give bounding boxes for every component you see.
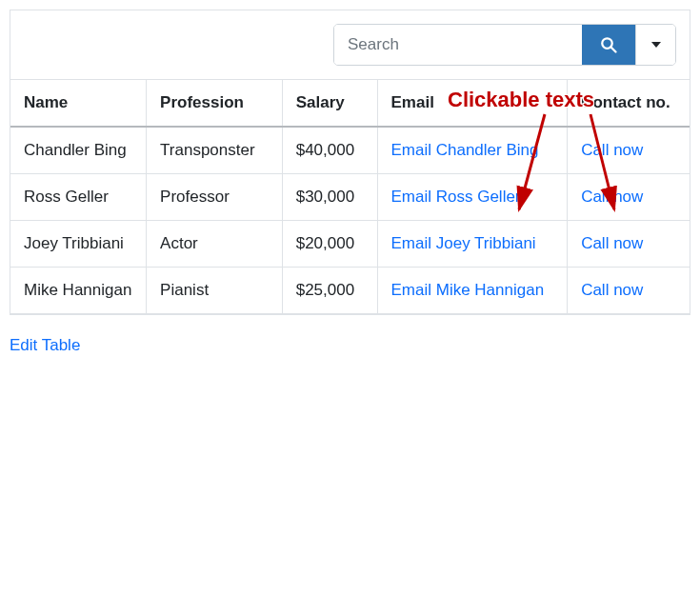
email-link[interactable]: Email Mike Hannigan <box>391 281 545 299</box>
col-header-profession: Profession <box>147 80 283 127</box>
contact-link[interactable]: Call now <box>581 281 643 299</box>
cell-salary: $40,000 <box>282 127 377 174</box>
email-link[interactable]: Email Ross Geller <box>391 188 521 206</box>
contact-link[interactable]: Call now <box>581 234 643 252</box>
cell-name: Ross Geller <box>10 174 147 221</box>
cell-salary: $30,000 <box>282 174 377 221</box>
table-header-row: Name Profession Salary Email Contact no. <box>10 80 690 127</box>
caret-down-icon <box>651 42 661 48</box>
contact-link[interactable]: Call now <box>581 188 643 206</box>
email-link[interactable]: Email Chandler Bing <box>391 141 539 159</box>
cell-name: Joey Tribbiani <box>10 221 147 268</box>
table-row: Ross Geller Professor $30,000 Email Ross… <box>10 174 690 221</box>
col-header-contact: Contact no. <box>568 80 690 127</box>
edit-table-link[interactable]: Edit Table <box>10 336 80 355</box>
svg-line-1 <box>610 47 615 51</box>
table-row: Joey Tribbiani Actor $20,000 Email Joey … <box>10 221 690 268</box>
cell-profession: Pianist <box>147 268 283 314</box>
data-table-panel: Name Profession Salary Email Contact no.… <box>10 10 690 315</box>
search-icon <box>600 36 617 53</box>
table-row: Chandler Bing Transponster $40,000 Email… <box>10 127 690 174</box>
cell-name: Chandler Bing <box>10 127 147 174</box>
cell-profession: Professor <box>147 174 283 221</box>
cell-name: Mike Hannigan <box>10 268 147 314</box>
cell-profession: Actor <box>147 221 283 268</box>
cell-profession: Transponster <box>147 127 283 174</box>
search-input[interactable] <box>334 25 582 65</box>
email-link[interactable]: Email Joey Tribbiani <box>391 234 536 252</box>
col-header-email: Email <box>377 80 568 127</box>
cell-salary: $25,000 <box>282 268 377 314</box>
table-row: Mike Hannigan Pianist $25,000 Email Mike… <box>10 268 690 314</box>
cell-salary: $20,000 <box>282 221 377 268</box>
people-table: Name Profession Salary Email Contact no.… <box>10 80 690 314</box>
col-header-salary: Salary <box>282 80 377 127</box>
search-button[interactable] <box>582 25 635 65</box>
search-group <box>333 24 676 66</box>
col-header-name: Name <box>10 80 147 127</box>
search-dropdown-toggle[interactable] <box>635 25 675 65</box>
toolbar <box>10 10 690 80</box>
contact-link[interactable]: Call now <box>581 141 643 159</box>
